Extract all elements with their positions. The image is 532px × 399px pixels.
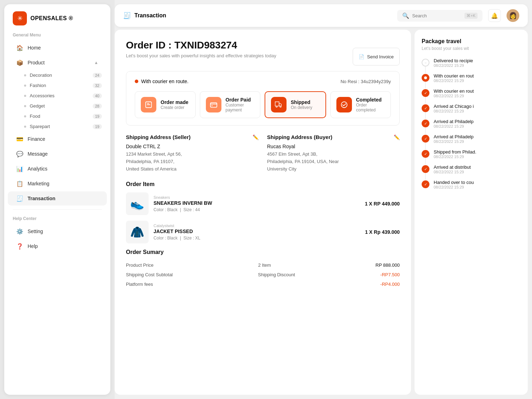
submenu-label: Gedget [30, 103, 45, 109]
send-invoice-button[interactable]: 📄 Send Invoice [353, 48, 400, 65]
item-price-2: 1 X Rp 439.000 [365, 229, 400, 235]
summary-mid: Shipping Discount [258, 272, 295, 277]
buyer-address-line3: University City [267, 166, 400, 173]
submenu-badge: 24 [93, 73, 102, 78]
submenu-sparepart[interactable]: Sparepart 19 [11, 121, 110, 132]
tl-icon-done: ✓ [422, 135, 429, 143]
avatar: 👩 [507, 9, 519, 22]
tl-icon-done: ✓ [422, 150, 429, 158]
seller-name: Double CTRL Z [126, 144, 259, 149]
summary-label: Product Price [126, 262, 154, 268]
search-input[interactable] [412, 13, 462, 18]
step-sub: On delivery [291, 105, 312, 110]
seller-address-line3: United States of America [126, 166, 259, 173]
tl-title: With courier en rout [434, 73, 474, 79]
tl-title: Arrived at Philadelp [434, 119, 474, 124]
tl-icon-done: ✓ [422, 120, 429, 127]
svg-point-6 [424, 76, 427, 79]
timeline-item-6: ✓ Shipped from Philad. 08/22/2022 15:29 [422, 149, 521, 164]
sidebar-item-message[interactable]: 💬 Message [8, 147, 107, 161]
item-category-2: Catalystwist [154, 224, 360, 228]
bell-button[interactable]: 🔔 [488, 9, 501, 22]
sub-dot [24, 74, 26, 76]
step-title: Order made [161, 99, 189, 105]
item-meta-2: Color : Black | Size : XL [154, 236, 360, 241]
tracking-status: With courier en route. [135, 79, 189, 84]
sidebar-item-label: Setting [28, 229, 43, 234]
submenu-badge: 19 [93, 124, 102, 129]
sidebar-item-help[interactable]: ❓ Help [8, 239, 107, 253]
step-icon-shipped [271, 97, 287, 112]
tl-icon-done: ✓ [422, 180, 429, 188]
topbar-icon: 🧾 [123, 12, 131, 19]
address-row: Shipping Address (Seller) ✏️ Double CTRL… [126, 134, 400, 173]
summary-row-1: Product Price 2 Item RP 888.000 [126, 260, 400, 270]
tl-title: Arrived at distribut [434, 164, 471, 170]
topbar: 🧾 Transaction 🔍 ⌘+K 🔔 👩 [115, 4, 528, 27]
search-box[interactable]: 🔍 ⌘+K [397, 10, 482, 22]
resi-number: No Resi : 34u2394y239y [341, 79, 391, 84]
buyer-edit-button[interactable]: ✏️ [394, 134, 400, 140]
sidebar-item-home[interactable]: 🏠 Home [8, 41, 107, 55]
sidebar-item-label: Transaction [28, 196, 56, 201]
logo-icon: ✳ [13, 11, 27, 25]
sidebar-item-label: Product [28, 60, 45, 65]
tl-title: Arrived at Philadelp [434, 134, 474, 139]
summary-mid: 2 Item [258, 262, 271, 268]
sidebar-item-setting[interactable]: ⚙️ Setting [8, 224, 107, 238]
tl-time: 08/22/2022 15:29 [434, 63, 473, 68]
step-order-paid: Order Paid Customer payment [200, 91, 261, 118]
seller-address-card: Shipping Address (Seller) ✏️ Double CTRL… [126, 134, 259, 173]
main-content: 🧾 Transaction 🔍 ⌘+K 🔔 👩 Order ID : TXNID… [115, 0, 532, 399]
sidebar-item-product[interactable]: 📦 Product ▲ [8, 56, 107, 70]
sidebar-item-marketing[interactable]: 📋 Marketing [8, 177, 107, 191]
sidebar-item-label: Finance [28, 136, 45, 142]
tl-title: Handed over to cou [434, 180, 474, 185]
seller-edit-button[interactable]: ✏️ [253, 134, 259, 140]
order-item-title: Order Item [126, 181, 400, 187]
sidebar-item-label: Marketing [28, 181, 49, 186]
tl-icon-done: ✓ [422, 89, 429, 97]
search-icon: 🔍 [402, 12, 409, 19]
sidebar-item-transaction[interactable]: 🧾 Transaction [8, 191, 107, 206]
step-icon-order-made [141, 97, 156, 112]
tracking-card: With courier en route. No Resi : 34u2394… [126, 71, 400, 126]
right-panel: Package travel Let's boost your sales wi… [415, 30, 528, 395]
tl-icon-loading: ○ [422, 59, 429, 66]
svg-rect-1 [210, 103, 216, 108]
tl-icon-current [422, 74, 429, 82]
svg-point-4 [280, 106, 281, 108]
timeline-item-3: ✓ Arrived at Chicago i 08/22/2022 15:29 [422, 104, 521, 119]
app-name: OPENSALES ® [30, 15, 73, 22]
submenu-badge: 40 [93, 93, 102, 98]
submenu-label: Decoration [30, 73, 52, 78]
item-price-1: 1 X RP 449.000 [365, 201, 400, 207]
seller-address-line2: Philadelphia, PA 19107, [126, 158, 259, 166]
item-category-1: Sneakers [154, 195, 360, 200]
submenu-decoration[interactable]: Decoration 24 [11, 70, 110, 80]
item-name-2: JACKET PISSED [154, 229, 360, 234]
submenu-accessories[interactable]: Accessories 40 [11, 91, 110, 101]
search-shortcut: ⌘+K [464, 13, 478, 19]
svg-point-3 [276, 106, 277, 108]
submenu-label: Fashion [30, 83, 46, 88]
submenu-food[interactable]: Food 19 [11, 111, 110, 121]
chevron-up-icon: ▲ [94, 60, 98, 65]
timeline-item-8: ✓ Handed over to cou 08/22/2022 15:29 [422, 180, 521, 195]
submenu-fashion[interactable]: Fashion 32 [11, 80, 110, 91]
summary-row-2: Shipping Cost Subtotal Shipping Discount… [126, 270, 400, 279]
sidebar-item-analytics[interactable]: 📊 Analytics [8, 162, 107, 176]
timeline-item-1: With courier en rout 08/22/2022 15:29 [422, 73, 521, 88]
product-icon: 📦 [16, 59, 23, 66]
tl-time: 08/22/2022 15:29 [434, 124, 474, 128]
sidebar-item-finance[interactable]: 💳 Finance [8, 132, 107, 146]
main-panel: Order ID : TXNID983274 Let's boost your … [115, 30, 411, 395]
step-title: Completed [356, 97, 385, 103]
submenu-gedget[interactable]: Gedget 28 [11, 101, 110, 111]
timeline-item-2: ✓ With courier en rout 08/22/2022 15:29 [422, 88, 521, 104]
tl-time: 08/22/2022 15:29 [434, 185, 474, 189]
summary-value: -RP4.000 [380, 282, 400, 287]
summary-value: RP 888.000 [376, 262, 400, 268]
topbar-title: 🧾 Transaction [123, 12, 166, 19]
item-name-1: SNEAKERS INVERNI BW [154, 200, 360, 206]
